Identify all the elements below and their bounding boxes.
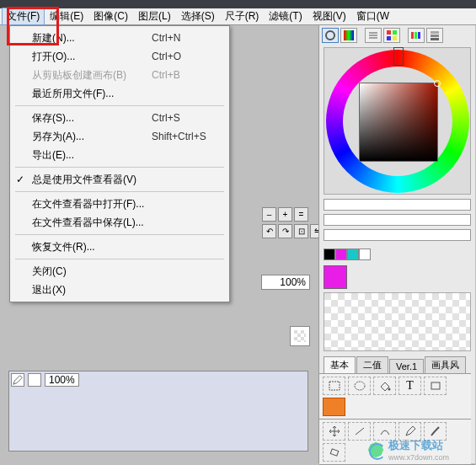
pen-icon[interactable] bbox=[398, 422, 421, 441]
palette-icon[interactable] bbox=[408, 28, 425, 43]
svg-line-19 bbox=[356, 428, 364, 435]
menu-item-shortcut: Ctrl+O bbox=[152, 51, 219, 62]
menu-item-label: 从剪贴板创建画布(B) bbox=[32, 68, 152, 83]
swatch[interactable] bbox=[324, 249, 335, 260]
menu-item[interactable]: 关闭(C) bbox=[10, 262, 229, 281]
curve-icon[interactable] bbox=[373, 422, 396, 441]
menu-item-label: 在文件查看器中打开(F)... bbox=[32, 197, 152, 211]
swatches-icon[interactable] bbox=[383, 28, 400, 43]
rotate-button[interactable]: ↷ bbox=[278, 224, 292, 238]
menu-item[interactable]: 退出(X) bbox=[10, 281, 229, 299]
svg-rect-6 bbox=[393, 30, 397, 35]
menu-7[interactable]: 视图(V) bbox=[308, 8, 351, 25]
menubar: 文件(F)编辑(E)图像(C)图层(L)选择(S)尺子(R)滤镜(T)视图(V)… bbox=[0, 8, 476, 25]
svg-rect-9 bbox=[411, 32, 414, 39]
current-color-swatch[interactable] bbox=[324, 265, 347, 289]
bucket-icon[interactable] bbox=[373, 377, 396, 395]
menu-item-label: 保存(S)... bbox=[32, 111, 152, 126]
rotate-button[interactable]: ⊡ bbox=[294, 224, 308, 238]
menu-item-shortcut: Shift+Ctrl+S bbox=[152, 131, 219, 142]
move-icon[interactable] bbox=[323, 422, 345, 441]
menu-item-label: 恢复文件(R)... bbox=[32, 240, 152, 254]
rotate-button[interactable]: ↶ bbox=[262, 224, 276, 238]
menu-item[interactable]: 恢复文件(R)... bbox=[10, 238, 229, 256]
preset-tab[interactable]: 基本 bbox=[324, 356, 356, 373]
color-slider[interactable] bbox=[324, 214, 471, 226]
tool-grid: T bbox=[319, 373, 471, 419]
zoom-percent-display[interactable]: 100% bbox=[261, 275, 310, 290]
sliders-icon[interactable] bbox=[365, 28, 382, 43]
eraser-icon[interactable] bbox=[323, 443, 345, 462]
layer-opacity[interactable]: 100% bbox=[45, 373, 79, 387]
color-mode-toolbar bbox=[319, 25, 475, 45]
color-wheel[interactable] bbox=[324, 47, 471, 195]
menu-item-label: 退出(X) bbox=[32, 283, 152, 297]
color-slider[interactable] bbox=[324, 229, 471, 241]
right-panel: 基本二值Ver.1画具风 T 铅笔喷枪画笔水彩笔 bbox=[318, 25, 475, 463]
zoom-button[interactable]: + bbox=[278, 207, 292, 222]
menu-item-label: 另存为(A)... bbox=[32, 130, 152, 144]
svg-point-16 bbox=[355, 382, 365, 390]
menu-item: 从剪贴板创建画布(B)Ctrl+B bbox=[10, 66, 229, 84]
sv-square[interactable] bbox=[359, 83, 438, 162]
spectrum-icon[interactable] bbox=[340, 28, 357, 43]
zoom-button[interactable]: = bbox=[294, 207, 308, 222]
menu-item-label: 新建(N)... bbox=[32, 31, 152, 45]
brush-preset-tabs: 基本二值Ver.1画具风 bbox=[319, 353, 475, 373]
line-icon[interactable] bbox=[348, 422, 371, 441]
menu-item[interactable]: ✓总是使用文件查看器(V) bbox=[10, 170, 229, 189]
menu-item-label: 最近所用文件(F)... bbox=[32, 87, 152, 101]
svg-rect-1 bbox=[344, 30, 354, 40]
svg-point-17 bbox=[388, 388, 390, 391]
menu-item[interactable]: 在文件查看器中保存(L)... bbox=[10, 213, 229, 232]
scratchpad[interactable] bbox=[324, 292, 471, 351]
shape-icon[interactable] bbox=[424, 377, 447, 395]
preset-tab[interactable]: 画具风 bbox=[425, 356, 466, 373]
menu-item[interactable]: 新建(N)...Ctrl+N bbox=[10, 29, 229, 47]
menu-4[interactable]: 选择(S) bbox=[176, 8, 220, 25]
swatch-row bbox=[319, 247, 475, 262]
preset-tab[interactable]: Ver.1 bbox=[389, 359, 424, 373]
menu-item-shortcut: Ctrl+B bbox=[152, 69, 219, 81]
svg-rect-15 bbox=[329, 382, 340, 390]
select-rect-icon[interactable] bbox=[323, 377, 345, 395]
svg-rect-12 bbox=[431, 31, 439, 34]
menu-item-label: 在文件查看器中保存(L)... bbox=[32, 216, 152, 230]
swatch[interactable] bbox=[335, 249, 347, 260]
navigator-thumbnail[interactable] bbox=[290, 326, 310, 346]
svg-rect-10 bbox=[414, 32, 417, 39]
layer-swatch bbox=[28, 373, 41, 387]
ring-icon[interactable] bbox=[322, 28, 339, 43]
history-icon[interactable] bbox=[426, 28, 443, 43]
layer-panel: 100% bbox=[8, 371, 308, 452]
menu-item[interactable]: 最近所用文件(F)... bbox=[10, 84, 229, 103]
svg-rect-11 bbox=[418, 32, 420, 39]
menu-item[interactable]: 导出(E)... bbox=[10, 146, 229, 164]
swatch[interactable] bbox=[359, 249, 371, 260]
color-slider[interactable] bbox=[324, 199, 471, 211]
menu-item[interactable]: 在文件查看器中打开(F)... bbox=[10, 195, 229, 213]
select-free-icon[interactable] bbox=[348, 377, 371, 395]
hue-indicator[interactable] bbox=[393, 47, 404, 66]
menu-0[interactable]: 文件(F) bbox=[2, 8, 45, 25]
rotate-controls: ↶↷⊡⇋ bbox=[262, 224, 324, 238]
menu-8[interactable]: 窗口(W bbox=[351, 8, 394, 25]
menu-5[interactable]: 尺子(R) bbox=[220, 8, 265, 25]
menu-3[interactable]: 图层(L) bbox=[133, 8, 176, 25]
svg-rect-5 bbox=[387, 30, 391, 35]
preset-tab[interactable]: 二值 bbox=[356, 356, 388, 373]
zoom-button[interactable]: – bbox=[262, 207, 276, 222]
menu-6[interactable]: 滤镜(T) bbox=[264, 8, 307, 25]
menu-2[interactable]: 图像(C) bbox=[88, 8, 133, 25]
menu-item[interactable]: 打开(O)...Ctrl+O bbox=[10, 47, 229, 66]
swatch[interactable] bbox=[347, 249, 359, 260]
color-icon[interactable] bbox=[323, 398, 345, 416]
text-icon[interactable]: T bbox=[398, 377, 421, 395]
svg-rect-14 bbox=[431, 38, 439, 40]
menu-item-label: 总是使用文件查看器(V) bbox=[32, 173, 152, 187]
menu-item[interactable]: 另存为(A)...Shift+Ctrl+S bbox=[10, 127, 229, 146]
brush-icon[interactable] bbox=[424, 422, 447, 441]
menu-1[interactable]: 编辑(E) bbox=[45, 8, 88, 25]
menu-item[interactable]: 保存(S)...Ctrl+S bbox=[10, 109, 229, 127]
check-icon: ✓ bbox=[16, 174, 24, 185]
